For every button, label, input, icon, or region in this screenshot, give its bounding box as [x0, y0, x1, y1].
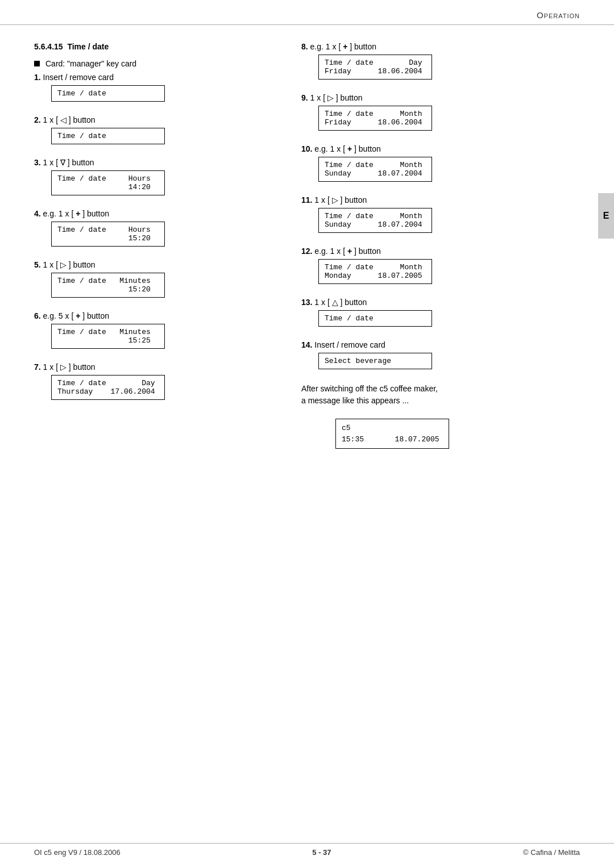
step-8-number: 8.	[301, 42, 308, 51]
step-10: 10. e.g. 1 x [ + ] button Time / date Mo…	[301, 144, 557, 187]
step-11-lcd: Time / date Month Sunday 18.07.2004	[318, 208, 432, 233]
step-10-text: e.g. 1 x [ + ] button	[314, 144, 380, 153]
right-column: 8. e.g. 1 x [ + ] button Time / date Day…	[296, 42, 557, 454]
step-1-text: Insert / remove card	[43, 73, 114, 82]
lcd-line: Time / date Month	[325, 212, 426, 220]
lcd-line: Friday 18.06.2004	[325, 67, 426, 76]
step-1-label: 1. Insert / remove card	[34, 73, 279, 82]
page: Operation E 5.6.4.15 Time / date Card: "…	[0, 0, 614, 868]
lcd-line: Time / date Minutes	[57, 277, 159, 285]
step-6: 6. e.g. 5 x [ + ] button Time / date Min…	[34, 311, 279, 354]
step-7-number: 7.	[34, 362, 41, 372]
bullet-item: Card: "manager" key card	[34, 59, 279, 68]
header-title: Operation	[537, 10, 580, 20]
step-5-number: 5.	[34, 260, 41, 269]
lcd-line: c5	[342, 423, 443, 434]
step-5-lcd: Time / date Minutes 15:20	[51, 273, 165, 298]
footer: OI c5 eng V9 / 18.08.2006 5 - 37 © Cafin…	[0, 843, 614, 857]
step-11-text: 1 x [ ▷ ] button	[314, 195, 367, 205]
lcd-line: Thursday 17.06.2004	[57, 387, 159, 396]
lcd-line: Time / date Month	[325, 263, 426, 272]
step-13-lcd: Time / date	[318, 310, 432, 327]
lcd-line: Time / date Hours	[57, 226, 159, 234]
step-12-lcd: Time / date Month Monday 18.07.2005	[318, 259, 432, 284]
step-2: 2. 1 x [ ◁ ] button Time / date	[34, 115, 279, 150]
step-8: 8. e.g. 1 x [ + ] button Time / date Day…	[301, 42, 557, 85]
step-8-lcd: Time / date Day Friday 18.06.2004	[318, 55, 432, 80]
step-7-text: 1 x [ ▷ ] button	[43, 362, 96, 372]
step-5: 5. 1 x [ ▷ ] button Time / date Minutes …	[34, 260, 279, 303]
step-11-label: 11. 1 x [ ▷ ] button	[301, 195, 557, 205]
lcd-line: Friday 18.06.2004	[325, 118, 426, 127]
step-11: 11. 1 x [ ▷ ] button Time / date Month S…	[301, 195, 557, 239]
step-9-lcd: Time / date Month Friday 18.06.2004	[318, 106, 432, 131]
step-7-label: 7. 1 x [ ▷ ] button	[34, 362, 279, 372]
step-11-number: 11.	[301, 195, 312, 205]
lcd-line: Time / date Day	[325, 59, 426, 67]
main-content: 5.6.4.15 Time / date Card: "manager" key…	[0, 25, 614, 466]
step-3-text: 1 x [ ∇ ] button	[43, 158, 94, 167]
step-4-number: 4.	[34, 209, 41, 218]
lcd-line: 15:20	[57, 285, 159, 294]
step-1-lcd: Time / date	[51, 85, 165, 102]
side-tab: E	[598, 193, 614, 239]
step-3-lcd: Time / date Hours 14:20	[51, 170, 165, 195]
step-9-label: 9. 1 x [ ▷ ] button	[301, 93, 557, 102]
step-4-text: e.g. 1 x [ + ] button	[43, 209, 109, 218]
step-14-text: Insert / remove card	[314, 340, 385, 349]
lcd-line: Time / date Minutes	[57, 328, 159, 336]
step-2-text: 1 x [ ◁ ] button	[43, 115, 96, 124]
footer-right: © Cafina / Melitta	[523, 848, 580, 857]
step-2-lcd: Time / date	[51, 128, 165, 144]
step-5-label: 5. 1 x [ ▷ ] button	[34, 260, 279, 269]
step-6-lcd: Time / date Minutes 15:25	[51, 324, 165, 349]
footer-center: 5 - 37	[312, 848, 331, 857]
step-12-label: 12. e.g. 1 x [ + ] button	[301, 247, 557, 256]
step-12-number: 12.	[301, 247, 312, 256]
after-section: After switching off the c5 coffee maker,…	[301, 383, 557, 454]
lcd-line: Time / date Month	[325, 161, 426, 169]
step-8-label: 8. e.g. 1 x [ + ] button	[301, 42, 557, 51]
step-12: 12. e.g. 1 x [ + ] button Time / date Mo…	[301, 247, 557, 290]
lcd-line: Time / date	[57, 89, 159, 98]
step-13-text: 1 x [ △ ] button	[314, 298, 367, 307]
lcd-line: Time / date Day	[57, 379, 159, 387]
step-4-label: 4. e.g. 1 x [ + ] button	[34, 209, 279, 218]
bullet-icon	[34, 61, 40, 66]
step-9-number: 9.	[301, 93, 308, 102]
step-6-label: 6. e.g. 5 x [ + ] button	[34, 311, 279, 320]
after-text-line2: a message like this appears ...	[301, 395, 557, 407]
step-14-label: 14. Insert / remove card	[301, 340, 557, 349]
step-5-text: 1 x [ ▷ ] button	[43, 260, 96, 269]
header: Operation	[0, 0, 614, 25]
lcd-line: Time / date	[57, 132, 159, 140]
lcd-line: Monday 18.07.2005	[325, 272, 426, 280]
step-13: 13. 1 x [ △ ] button Time / date	[301, 298, 557, 332]
lcd-line: 15:25	[57, 336, 159, 345]
lcd-line: Sunday 18.07.2004	[325, 220, 426, 229]
lcd-line: Select beverage	[325, 357, 426, 365]
section-number: 5.6.4.15	[34, 42, 63, 51]
step-2-number: 2.	[34, 115, 41, 124]
bullet-text: Card: "manager" key card	[45, 59, 136, 68]
step-1-number: 1.	[34, 73, 41, 82]
step-13-label: 13. 1 x [ △ ] button	[301, 298, 557, 307]
step-12-text: e.g. 1 x [ + ] button	[314, 247, 380, 256]
step-1: 1. Insert / remove card Time / date	[34, 73, 279, 107]
lcd-line: Sunday 18.07.2004	[325, 169, 426, 178]
step-8-text: e.g. 1 x [ + ] button	[310, 42, 376, 51]
footer-left: OI c5 eng V9 / 18.08.2006	[34, 848, 121, 857]
step-6-text: e.g. 5 x [ + ] button	[43, 311, 109, 320]
left-column: 5.6.4.15 Time / date Card: "manager" key…	[34, 42, 296, 454]
step-4-lcd: Time / date Hours 15:20	[51, 222, 165, 247]
step-3-label: 3. 1 x [ ∇ ] button	[34, 158, 279, 167]
section-title: Time / date	[67, 42, 109, 51]
lcd-line: Time / date Month	[325, 110, 426, 118]
after-lcd: c5 15:35 18.07.2005	[335, 419, 449, 449]
section-heading: 5.6.4.15 Time / date	[34, 42, 279, 51]
step-3-number: 3.	[34, 158, 41, 167]
lcd-line: Time / date	[325, 314, 426, 323]
lcd-line: Time / date Hours	[57, 174, 159, 183]
lcd-line: 15:35 18.07.2005	[342, 434, 443, 445]
after-text-line1: After switching off the c5 coffee maker,	[301, 383, 557, 395]
